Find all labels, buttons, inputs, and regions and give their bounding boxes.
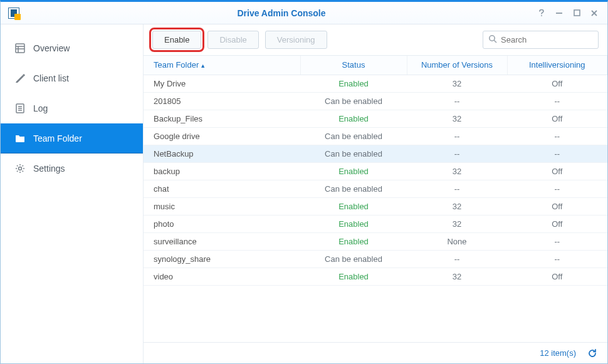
cell-name: photo bbox=[144, 215, 300, 232]
table: Team Folder▲ Status Number of Versions I… bbox=[144, 56, 607, 342]
cell-name: surveillance bbox=[144, 232, 300, 250]
cell-status: Enabled bbox=[300, 197, 407, 215]
svg-rect-2 bbox=[574, 10, 580, 16]
cell-versions: 32 bbox=[407, 110, 507, 127]
item-count: 12 item(s) bbox=[540, 348, 576, 358]
cell-versions: -- bbox=[407, 92, 507, 110]
cell-name: 201805 bbox=[144, 92, 300, 110]
toolbar: Enable Disable Versioning bbox=[144, 24, 607, 56]
cell-status: Enabled bbox=[300, 162, 407, 180]
sidebar-item-team-folder[interactable]: Team Folder bbox=[1, 123, 143, 153]
window: Drive Admin Console bbox=[0, 0, 608, 364]
cell-status: Enabled bbox=[300, 215, 407, 232]
table-row[interactable]: Google driveCan be enabled---- bbox=[144, 127, 607, 145]
cell-versions: 32 bbox=[407, 75, 507, 92]
cell-versions: -- bbox=[407, 250, 507, 268]
cell-versions: 32 bbox=[407, 162, 507, 180]
team-folder-icon bbox=[14, 133, 26, 144]
cell-versions: None bbox=[407, 232, 507, 250]
sort-asc-icon: ▲ bbox=[200, 63, 206, 69]
table-row[interactable]: 201805Can be enabled---- bbox=[144, 92, 607, 110]
cell-status: Can be enabled bbox=[300, 250, 407, 268]
table-row[interactable]: surveillanceEnabledNone-- bbox=[144, 232, 607, 250]
table-row[interactable]: photoEnabled32Off bbox=[144, 215, 607, 232]
sidebar-item-label: Team Folder bbox=[33, 133, 82, 143]
cell-name: My Drive bbox=[144, 75, 300, 92]
close-icon[interactable] bbox=[590, 9, 599, 18]
titlebar: Drive Admin Console bbox=[1, 2, 607, 24]
cell-name: video bbox=[144, 268, 300, 285]
cell-name: NetBackup bbox=[144, 145, 300, 162]
sidebar-item-settings[interactable]: Settings bbox=[1, 153, 143, 184]
cell-versions: 32 bbox=[407, 268, 507, 285]
cell-status: Enabled bbox=[300, 232, 407, 250]
cell-intel: -- bbox=[507, 232, 607, 250]
cell-status: Enabled bbox=[300, 110, 407, 127]
search-input[interactable] bbox=[501, 35, 606, 44]
sidebar: Overview Client list Log Team Folder bbox=[1, 24, 144, 363]
refresh-icon[interactable] bbox=[587, 348, 597, 358]
sidebar-item-label: Log bbox=[33, 103, 48, 113]
table-row[interactable]: videoEnabled32Off bbox=[144, 268, 607, 285]
window-controls bbox=[537, 9, 607, 18]
sidebar-item-log[interactable]: Log bbox=[1, 93, 143, 123]
cell-intel: Off bbox=[507, 215, 607, 232]
cell-status: Can be enabled bbox=[300, 180, 407, 197]
svg-point-15 bbox=[490, 36, 495, 41]
table-row[interactable]: backupEnabled32Off bbox=[144, 162, 607, 180]
settings-icon bbox=[14, 163, 26, 174]
cell-intel: -- bbox=[507, 92, 607, 110]
search-icon bbox=[488, 34, 497, 45]
cell-name: Backup_Files bbox=[144, 110, 300, 127]
svg-point-14 bbox=[19, 167, 22, 170]
cell-status: Can be enabled bbox=[300, 92, 407, 110]
table-row[interactable]: My DriveEnabled32Off bbox=[144, 75, 607, 92]
table-row[interactable]: synology_shareCan be enabled---- bbox=[144, 250, 607, 268]
cell-name: Google drive bbox=[144, 127, 300, 145]
search-box[interactable] bbox=[483, 31, 599, 49]
table-row[interactable]: musicEnabled32Off bbox=[144, 197, 607, 215]
svg-point-0 bbox=[541, 15, 542, 16]
cell-intel: Off bbox=[507, 268, 607, 285]
table-row[interactable]: Backup_FilesEnabled32Off bbox=[144, 110, 607, 127]
table-row[interactable]: chatCan be enabled---- bbox=[144, 180, 607, 197]
footer: 12 item(s) bbox=[144, 342, 607, 363]
cell-name: music bbox=[144, 197, 300, 215]
table-row[interactable]: NetBackupCan be enabled---- bbox=[144, 145, 607, 162]
cell-status: Enabled bbox=[300, 75, 407, 92]
cell-intel: -- bbox=[507, 250, 607, 268]
window-title: Drive Admin Console bbox=[26, 8, 537, 18]
maximize-icon[interactable] bbox=[572, 9, 581, 18]
sidebar-item-client-list[interactable]: Client list bbox=[1, 63, 143, 93]
column-header-versions[interactable]: Number of Versions bbox=[407, 56, 507, 75]
cell-name: synology_share bbox=[144, 250, 300, 268]
column-header-name[interactable]: Team Folder▲ bbox=[144, 56, 300, 75]
log-icon bbox=[14, 103, 26, 114]
sidebar-item-label: Client list bbox=[33, 73, 69, 83]
cell-versions: -- bbox=[407, 180, 507, 197]
column-header-intel[interactable]: Intelliversioning bbox=[507, 56, 607, 75]
cell-status: Enabled bbox=[300, 268, 407, 285]
enable-button[interactable]: Enable bbox=[152, 31, 201, 49]
svg-line-16 bbox=[494, 40, 496, 43]
body: Overview Client list Log Team Folder bbox=[1, 24, 607, 363]
minimize-icon[interactable] bbox=[555, 9, 563, 18]
cell-name: chat bbox=[144, 180, 300, 197]
client-icon bbox=[14, 73, 26, 84]
app-icon bbox=[8, 8, 19, 19]
cell-intel: Off bbox=[507, 75, 607, 92]
cell-versions: 32 bbox=[407, 215, 507, 232]
cell-intel: Off bbox=[507, 162, 607, 180]
cell-status: Can be enabled bbox=[300, 145, 407, 162]
column-header-status[interactable]: Status bbox=[300, 56, 407, 75]
help-icon[interactable] bbox=[537, 9, 546, 18]
disable-button[interactable]: Disable bbox=[207, 31, 258, 49]
cell-intel: Off bbox=[507, 110, 607, 127]
sidebar-item-overview[interactable]: Overview bbox=[1, 33, 143, 63]
cell-versions: 32 bbox=[407, 197, 507, 215]
svg-rect-5 bbox=[16, 44, 24, 53]
sidebar-item-label: Overview bbox=[33, 43, 70, 53]
main: Enable Disable Versioning bbox=[144, 24, 607, 363]
overview-icon bbox=[14, 43, 26, 54]
versioning-button[interactable]: Versioning bbox=[265, 31, 327, 49]
